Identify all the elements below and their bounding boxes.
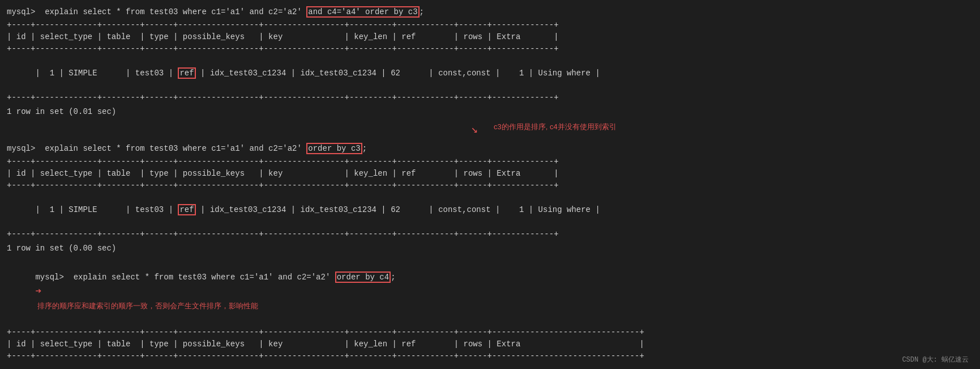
prompt2: mysql> explain select * from test03 wher…: [7, 142, 973, 155]
arrow1: ↘: [471, 122, 478, 136]
highlight2: order by c3: [306, 143, 362, 154]
terminal: mysql> explain select * from test03 wher…: [0, 0, 980, 369]
sep3-top: +----+-------------+--------+------+----…: [7, 326, 973, 338]
data-row1: | 1 | SIMPLE | test03 | ref | idx_test03…: [7, 55, 973, 92]
sep1-top: +----+-------------+--------+------+----…: [7, 19, 973, 31]
prompt1-text: mysql> explain select * from test03 wher…: [7, 7, 306, 16]
sep2-bot: +----+-------------+--------+------+----…: [7, 228, 973, 240]
sep1-mid: +----+-------------+--------+------+----…: [7, 43, 973, 55]
result1: 1 row in set (0.01 sec): [7, 105, 973, 118]
prompt3: mysql> explain select * from test03 wher…: [7, 258, 973, 325]
data-mid1: | idx_test03_c1234 | idx_test03_c1234 | …: [196, 69, 600, 78]
result2: 1 row in set (0.00 sec): [7, 242, 973, 255]
data-row3: | 1 | SIMPLE | test03 | ref | idx_test03…: [7, 362, 973, 369]
prompt2-end: ;: [362, 144, 367, 153]
prompt1: mysql> explain select * from test03 wher…: [7, 6, 973, 18]
arrow3: ➔: [35, 286, 41, 297]
prompt1-end: ;: [420, 7, 424, 16]
type-highlight2: ref: [178, 204, 195, 215]
using-where2: Using where: [538, 205, 590, 214]
prompt3-text: mysql> explain select * from test03 wher…: [35, 273, 335, 282]
section1: mysql> explain select * from test03 wher…: [7, 6, 973, 118]
section3: mysql> explain select * from test03 wher…: [7, 258, 973, 369]
section2: mysql> explain select * from test03 wher…: [7, 142, 973, 255]
prompt3-end: ;: [391, 273, 400, 282]
data-mid2: | idx_test03_c1234 | idx_test03_c1234 | …: [196, 205, 538, 214]
sep3-mid: +----+-------------+--------+------+----…: [7, 350, 973, 362]
data-row2: | 1 | SIMPLE | test03 | ref | idx_test03…: [7, 192, 973, 228]
data-prefix1: | 1 | SIMPLE | test03 |: [35, 69, 178, 78]
footer: CSDN @大: 蜗亿速云: [902, 355, 969, 364]
type-highlight1: ref: [178, 67, 195, 79]
data-prefix2: | 1 | SIMPLE | test03 |: [35, 205, 178, 214]
sep1-bot: +----+-------------+--------+------+----…: [7, 92, 973, 104]
header3: | id | select_type | table | type | poss…: [7, 338, 973, 350]
data-end2: |: [590, 205, 600, 214]
annotation1-text: c3的作用是排序, c4并没有使用到索引: [494, 122, 617, 132]
highlight3: order by c4: [335, 272, 391, 283]
header1: | id | select_type | table | type | poss…: [7, 31, 973, 43]
prompt2-text: mysql> explain select * from test03 wher…: [7, 144, 306, 153]
sep2-top: +----+-------------+--------+------+----…: [7, 156, 973, 168]
header2: | id | select_type | table | type | poss…: [7, 168, 973, 180]
annotation-area1: ↘ c3的作用是排序, c4并没有使用到索引: [7, 122, 973, 140]
highlight1: and c4='a4' order by c3: [306, 6, 419, 18]
annotation3: 排序的顺序应和建索引的顺序一致，否则会产生文件排序，影响性能: [37, 302, 258, 310]
sep2-mid: +----+-------------+--------+------+----…: [7, 180, 973, 192]
